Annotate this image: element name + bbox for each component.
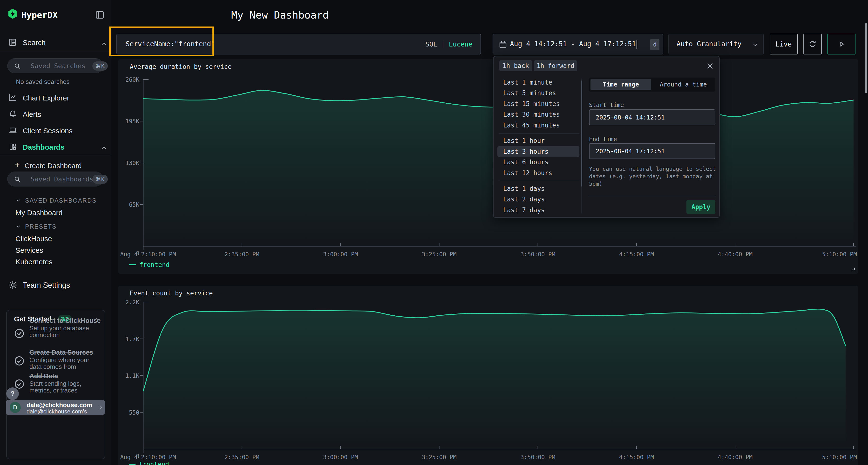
divider [0, 52, 111, 52]
search-page-icon [8, 38, 17, 47]
help-button[interactable]: ? [6, 388, 19, 400]
collapse-sidebar-icon[interactable] [95, 10, 105, 20]
time-picker-popup: 1h back 1h forward Last 1 minute Last 5 … [493, 56, 720, 218]
sidebar-item-dashboards[interactable]: Dashboards [23, 143, 64, 151]
get-started-step[interactable]: Add Data Start sending logs, metrics, or… [29, 372, 102, 394]
sidebar-item-team-settings[interactable]: Team Settings [23, 281, 70, 290]
range-last-12-hours[interactable]: Last 12 hours [503, 168, 552, 178]
svg-text:3:00:00 PM: 3:00:00 PM [323, 454, 358, 461]
time-range-input[interactable]: Aug 4 14:12:51 - Aug 4 17:12:51 d [493, 34, 663, 55]
lucene-toggle[interactable]: Lucene [449, 40, 472, 48]
live-label: Live [775, 40, 792, 48]
kbd-shortcut: ⌘K [92, 61, 108, 71]
range-last-1-days[interactable]: Last 1 days [503, 184, 545, 194]
live-button[interactable]: Live [770, 34, 798, 55]
range-last-6-hours[interactable]: Last 6 hours [503, 157, 549, 167]
help-label: ? [10, 390, 14, 397]
sidebar-item-clickhouse[interactable]: ClickHouse [16, 235, 52, 243]
chevron-down-icon[interactable] [16, 224, 21, 229]
sidebar: HyperDX Search Saved Searches ⌘K No save… [0, 0, 112, 465]
legend-swatch [129, 464, 135, 465]
user-subtitle: dale@clickhouse.com's [27, 408, 87, 415]
granularity-value: Auto Granularity [677, 40, 742, 48]
step-title: Add Data [29, 372, 102, 380]
range-last-2-days[interactable]: Last 2 days [503, 194, 545, 204]
sidebar-item-my-dashboard[interactable]: My Dashboard [16, 209, 62, 217]
sidebar-item-search[interactable]: Search [23, 38, 45, 47]
event-count-chart: 05501.1K1.7K2.2KAug 4 2:10:00 PM2:35:00 … [118, 286, 858, 465]
shift-forward-button[interactable]: 1h forward [534, 60, 577, 71]
apply-button[interactable]: Apply [686, 200, 715, 214]
granularity-select[interactable]: Auto Granularity [669, 34, 764, 55]
end-time-input[interactable]: 2025-08-04 17:12:51 [589, 143, 715, 159]
range-last-15-minutes[interactable]: Last 15 minutes [503, 99, 560, 109]
divider [589, 196, 715, 196]
sidebar-item-alerts[interactable]: Alerts [23, 110, 41, 119]
tab-time-range-label: Time range [603, 81, 639, 88]
sidebar-item-chart-explorer[interactable]: Chart Explorer [23, 94, 69, 102]
range-last-5-minutes[interactable]: Last 5 minutes [503, 88, 556, 98]
chevron-up-icon[interactable] [101, 40, 107, 47]
sidebar-item-services[interactable]: Services [16, 246, 43, 255]
saved-dashboards-section-header[interactable]: SAVED DASHBOARDS [25, 197, 97, 204]
step-title: Create Data Sources [29, 349, 102, 356]
start-time-input[interactable]: 2025-08-04 14:12:51 [589, 109, 715, 125]
check-circle-icon [14, 328, 25, 339]
range-last-7-days[interactable]: Last 7 days [503, 205, 545, 215]
svg-text:4:15:00 PM: 4:15:00 PM [619, 251, 654, 258]
check-circle-icon [14, 379, 25, 389]
shift-forward-label: 1h forward [537, 62, 575, 69]
list-scrollbar-thumb[interactable] [581, 80, 582, 187]
range-last-3-hours[interactable]: Last 3 hours [503, 146, 549, 157]
svg-text:4:40:00 PM: 4:40:00 PM [718, 454, 753, 461]
svg-text:2:35:00 PM: 2:35:00 PM [224, 454, 259, 461]
avatar: D [10, 402, 21, 413]
svg-text:2.2K: 2.2K [125, 299, 140, 306]
search-icon [14, 176, 21, 183]
start-time-label: Start time [589, 102, 624, 108]
tab-time-range[interactable]: Time range [590, 79, 651, 90]
range-last-30-minutes[interactable]: Last 30 minutes [503, 109, 560, 120]
create-dashboard-button[interactable]: Create Dashboard [25, 162, 82, 170]
shift-back-button[interactable]: 1h back [499, 60, 532, 71]
chevron-down-icon[interactable] [16, 198, 21, 203]
svg-text:5:10:00 PM: 5:10:00 PM [822, 454, 857, 461]
run-query-button[interactable] [828, 34, 856, 55]
get-started-step[interactable]: Create Data Sources Configure where your… [29, 349, 102, 370]
chart-panel-event-count: Event count by service 05501.1K1.7K2.2KA… [118, 286, 858, 465]
svg-text:4:15:00 PM: 4:15:00 PM [619, 454, 654, 461]
legend-swatch [129, 264, 136, 265]
user-email: dale@clickhouse.com [27, 401, 92, 409]
time-range-value: Aug 4 14:12:51 - Aug 4 17:12:51 [510, 40, 637, 49]
page-scrollbar[interactable] [865, 23, 867, 93]
chart-legend[interactable]: frontend [129, 261, 169, 268]
range-last-1-minute[interactable]: Last 1 minute [503, 77, 552, 88]
step-desc: Start sending logs, metrics, or traces [29, 380, 102, 394]
range-last-1-hour[interactable]: Last 1 hour [503, 135, 545, 146]
sidebar-item-client-sessions[interactable]: Client Sessions [23, 127, 72, 135]
tab-around-a-time[interactable]: Around a time [653, 79, 714, 90]
range-last-45-minutes[interactable]: Last 45 minutes [503, 120, 560, 131]
step-title: Connect to ClickHouse [29, 317, 101, 324]
sql-toggle[interactable]: SQL [425, 40, 437, 48]
saved-dashboards-input[interactable]: Saved Dashboards ⌘K [7, 171, 103, 187]
no-saved-searches-text: No saved searches [16, 78, 70, 86]
close-icon[interactable] [706, 62, 714, 70]
chart-legend[interactable]: frontend [129, 461, 169, 465]
svg-text:1.1K: 1.1K [125, 372, 140, 379]
saved-dashboards-placeholder: Saved Dashboards [31, 175, 93, 183]
svg-text:2:35:00 PM: 2:35:00 PM [224, 251, 259, 258]
chart-explorer-icon [9, 94, 17, 102]
saved-searches-input[interactable]: Saved Searches ⌘K [7, 58, 103, 73]
svg-text:3:50:00 PM: 3:50:00 PM [520, 251, 555, 258]
user-card[interactable]: D dale@clickhouse.com dale@clickhouse.co… [6, 400, 105, 415]
get-started-step[interactable]: Connect to ClickHouse Set up your databa… [29, 317, 101, 338]
refresh-button[interactable] [803, 34, 822, 55]
calendar-icon [499, 40, 507, 49]
chevron-up-icon[interactable] [101, 144, 107, 151]
resize-corner-icon[interactable] [850, 266, 856, 271]
main-content: My New Dashboard ServiceName:"frontend" … [112, 0, 868, 465]
presets-section-header[interactable]: PRESETS [25, 223, 57, 230]
sidebar-item-kubernetes[interactable]: Kubernetes [16, 258, 52, 266]
range-last-14-days[interactable]: Last 14 days [503, 215, 549, 218]
